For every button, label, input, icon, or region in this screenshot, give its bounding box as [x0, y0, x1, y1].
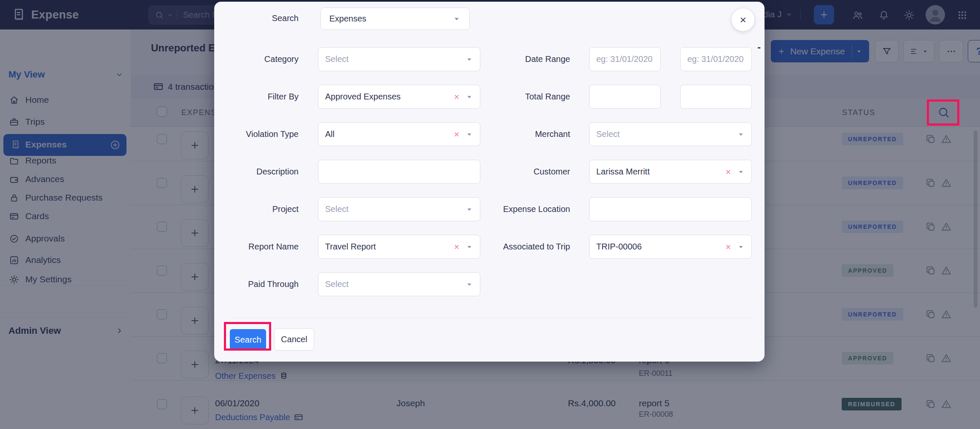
search-modal: Search Expenses × Category Select Filter… [214, 2, 765, 362]
placeholder-text: Select [325, 279, 349, 289]
field-label: Customer [471, 160, 570, 184]
placeholder-text: eg: 31/01/2020 [687, 54, 743, 64]
form-row-expense-location: Expense Location [214, 197, 765, 221]
caret-down-icon [452, 15, 461, 23]
caret-down-icon [737, 168, 745, 176]
field-label: Merchant [471, 122, 570, 146]
form-row-date-range: Date Range eg: 31/01/2020 eg: 31/01/2020 [214, 47, 765, 71]
placeholder-text: eg: 31/01/2020 [596, 54, 652, 64]
annotation-box-search-button [224, 322, 271, 351]
field-label: Date Range [471, 47, 570, 71]
paid-through-select[interactable]: Select [318, 272, 480, 296]
field-label: Total Range [471, 85, 570, 109]
search-entity-value: Expenses [329, 14, 366, 24]
field-value: TRIP-00006 [596, 242, 642, 252]
cancel-button[interactable]: Cancel [274, 328, 314, 351]
field-label: Paid Through [231, 272, 299, 296]
form-row-customer: Customer Larissa Merritt [214, 160, 765, 184]
form-row-associated-trip: Associated to Trip TRIP-00006 [214, 235, 765, 259]
placeholder-text: Select [596, 129, 620, 139]
close-icon: × [740, 13, 746, 27]
form-row-merchant: Merchant Select [214, 122, 765, 146]
close-button[interactable]: × [732, 8, 754, 31]
field-label: Expense Location [471, 197, 570, 221]
clear-x-icon[interactable] [724, 243, 732, 251]
caret-down-icon [466, 281, 473, 288]
total-min-input[interactable] [589, 85, 661, 109]
form-row-total-range: Total Range [214, 85, 765, 109]
caret-down-icon [737, 131, 745, 138]
form-row-paid-through: Paid Through Select [214, 272, 765, 296]
modal-title: Search [231, 13, 299, 23]
caret-down-icon [737, 243, 745, 251]
date-to-input[interactable]: eg: 31/01/2020 [680, 47, 752, 71]
clear-x-icon[interactable] [724, 168, 732, 176]
merchant-select[interactable]: Select [589, 122, 752, 146]
field-label: Associated to Trip [471, 235, 570, 259]
field-value: Larissa Merritt [596, 167, 650, 177]
date-range-separator: - [757, 41, 761, 53]
date-from-input[interactable]: eg: 31/01/2020 [589, 47, 661, 71]
total-max-input[interactable] [680, 85, 752, 109]
search-entity-select[interactable]: Expenses [320, 8, 470, 30]
expense-location-input[interactable] [589, 197, 752, 221]
annotation-box-table-search-icon [927, 99, 959, 126]
associated-trip-select[interactable]: TRIP-00006 [589, 235, 752, 259]
customer-select[interactable]: Larissa Merritt [589, 160, 752, 184]
divider [231, 318, 754, 318]
